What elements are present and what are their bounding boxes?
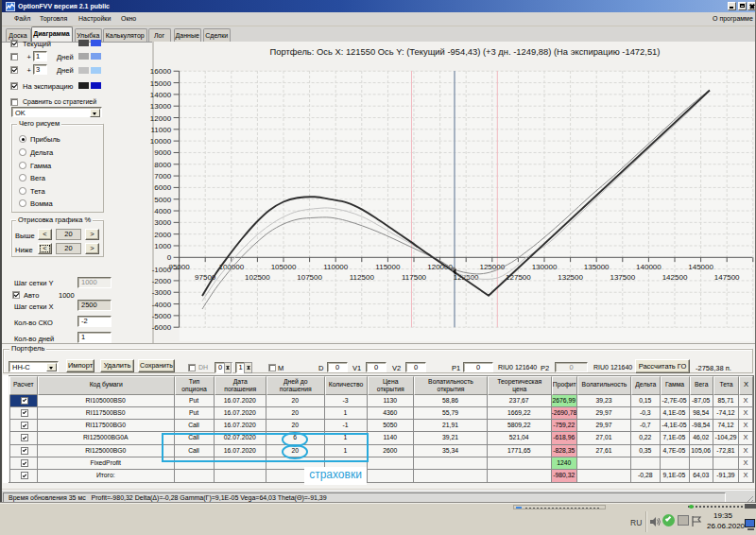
svg-text:Портфель: Ось X: 121550 Ось Y:: Портфель: Ось X: 121550 Ось Y: (Текущий … — [270, 46, 661, 57]
svg-text:10000: 10000 — [150, 137, 172, 146]
svg-text:13000: 13000 — [150, 102, 172, 111]
svg-text:16000: 16000 — [150, 67, 172, 76]
svg-text:95000: 95000 — [168, 263, 190, 271]
svg-text:11000: 11000 — [150, 126, 171, 134]
svg-text:2000: 2000 — [154, 231, 171, 239]
svg-text:-2000: -2000 — [152, 277, 172, 285]
svg-text:115000: 115000 — [375, 263, 401, 271]
svg-text:14000: 14000 — [150, 91, 172, 99]
svg-text:4000: 4000 — [154, 207, 171, 216]
svg-text:132500: 132500 — [558, 273, 583, 282]
svg-text:5000: 5000 — [154, 196, 171, 204]
svg-text:-4000: -4000 — [152, 301, 172, 309]
svg-text:0: 0 — [167, 253, 172, 262]
svg-text:-3000: -3000 — [152, 288, 172, 297]
svg-text:147500: 147500 — [714, 273, 740, 282]
svg-text:117500: 117500 — [402, 273, 427, 282]
svg-text:3000: 3000 — [154, 218, 171, 227]
svg-text:125000: 125000 — [479, 263, 505, 271]
svg-text:137500: 137500 — [610, 273, 635, 282]
svg-text:12000: 12000 — [150, 114, 172, 123]
svg-text:145000: 145000 — [688, 263, 713, 271]
svg-text:135000: 135000 — [584, 263, 610, 271]
svg-text:6000: 6000 — [154, 183, 171, 192]
svg-text:15000: 15000 — [150, 79, 172, 88]
svg-text:9000: 9000 — [154, 148, 171, 157]
svg-text:107500: 107500 — [297, 273, 322, 282]
svg-text:130000: 130000 — [532, 263, 558, 271]
svg-text:110000: 110000 — [323, 263, 349, 271]
svg-text:1000: 1000 — [154, 242, 171, 250]
svg-text:-5000: -5000 — [152, 312, 172, 320]
svg-text:7000: 7000 — [154, 172, 171, 181]
svg-text:105000: 105000 — [271, 263, 297, 271]
svg-text:142500: 142500 — [662, 273, 688, 282]
svg-text:112500: 112500 — [350, 273, 375, 282]
svg-text:8000: 8000 — [154, 161, 171, 169]
svg-text:140000: 140000 — [636, 263, 662, 271]
svg-text:-6000: -6000 — [152, 323, 172, 332]
svg-text:102500: 102500 — [245, 273, 270, 282]
